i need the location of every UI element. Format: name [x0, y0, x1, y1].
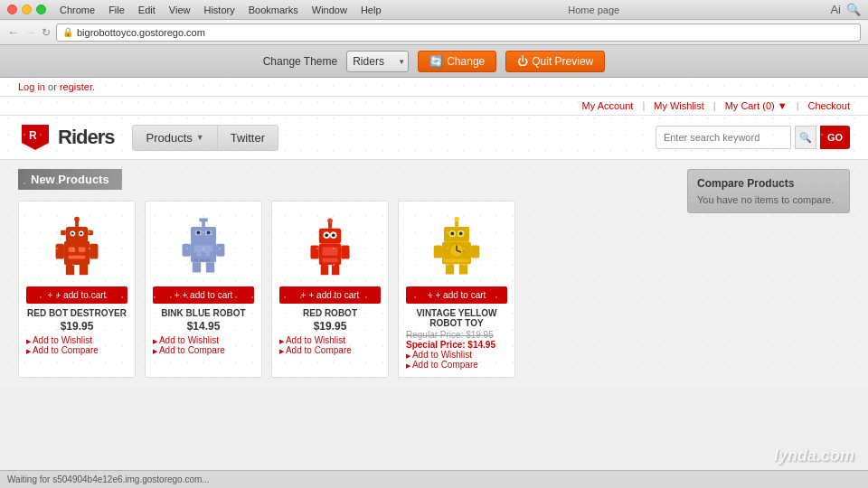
- svg-rect-53: [471, 245, 479, 258]
- chrome-titlebar: Chrome File Edit View History Bookmarks …: [0, 0, 868, 20]
- maximize-button[interactable]: [36, 5, 46, 14]
- product-image: [153, 209, 254, 281]
- window-controls: [7, 5, 46, 14]
- wishlist-link[interactable]: Add to Wishlist: [406, 350, 507, 360]
- menu-view[interactable]: View: [169, 5, 191, 15]
- change-theme-label: Change Theme: [263, 55, 338, 68]
- store-header: R Riders Products ▼ Twitter 🔍 GO: [0, 116, 868, 160]
- checkout-link[interactable]: Checkout: [808, 100, 850, 111]
- product-card: + + add to cart VINTAGE YELLOW ROBOT TOY…: [398, 201, 515, 378]
- address-bar[interactable]: 🔒 bigrobottoyco.gostorego.com: [56, 23, 861, 42]
- product-price: $14.95: [153, 320, 254, 333]
- chrome-toolbar: ← → ↻ 🔒 bigrobottoyco.gostorego.com: [0, 20, 868, 45]
- menu-help[interactable]: Help: [361, 5, 382, 15]
- plus-icon: +: [428, 290, 433, 300]
- change-button[interactable]: 🔄 Change: [418, 51, 496, 72]
- auth-or: or: [48, 81, 57, 92]
- search-button[interactable]: 🔍: [795, 126, 816, 149]
- preview-bar: Change Theme Riders Default Modern Class…: [0, 45, 868, 78]
- product-image: [279, 209, 381, 281]
- go-button[interactable]: GO: [820, 126, 850, 149]
- lock-icon: 🔒: [62, 27, 73, 37]
- robot-red-svg: [45, 211, 108, 279]
- add-to-cart-button[interactable]: + + add to cart: [406, 286, 507, 304]
- wishlist-link[interactable]: Add to Wishlist: [26, 335, 127, 345]
- svg-rect-38: [310, 245, 318, 258]
- chrome-menu: Chrome File Edit View History Bookmarks …: [60, 5, 382, 15]
- svg-rect-66: [444, 258, 469, 262]
- add-to-cart-button[interactable]: + + add to cart: [153, 286, 254, 304]
- svg-rect-36: [206, 258, 211, 261]
- compare-link[interactable]: Add to Compare: [279, 345, 381, 355]
- compare-link[interactable]: Add to Compare: [406, 360, 507, 370]
- svg-rect-23: [206, 262, 214, 272]
- svg-rect-30: [199, 218, 207, 221]
- my-wishlist-link[interactable]: My Wishlist: [654, 100, 704, 111]
- svg-rect-7: [66, 226, 88, 241]
- menu-window[interactable]: Window: [312, 5, 347, 15]
- svg-rect-9: [88, 230, 93, 235]
- svg-rect-56: [444, 226, 469, 241]
- menu-chrome[interactable]: Chrome: [60, 5, 95, 15]
- svg-rect-24: [191, 226, 216, 241]
- logo-text: Riders: [58, 126, 114, 149]
- svg-rect-16: [69, 247, 76, 252]
- special-price: Special Price: $14.95: [406, 340, 507, 350]
- auth-bar: Log in or register.: [0, 78, 868, 97]
- products-area: New Products: [18, 169, 674, 378]
- status-bar: Waiting for s504904b4e12e6.img.gostorego…: [0, 470, 868, 488]
- product-image: [406, 209, 507, 281]
- search-input[interactable]: [656, 126, 791, 149]
- svg-rect-4: [90, 243, 98, 258]
- login-link[interactable]: Log in: [18, 81, 45, 92]
- close-button[interactable]: [7, 5, 17, 14]
- register-link[interactable]: register.: [60, 81, 95, 92]
- plus-icon: +: [301, 290, 307, 300]
- logo-icon: R: [18, 123, 52, 152]
- forward-button[interactable]: →: [24, 25, 36, 39]
- svg-rect-22: [193, 262, 201, 272]
- back-button[interactable]: ←: [7, 25, 19, 39]
- product-image: [26, 209, 127, 281]
- svg-point-45: [325, 233, 328, 237]
- svg-rect-52: [434, 245, 442, 258]
- plus-icon: +: [175, 290, 180, 300]
- new-products-title: New Products: [18, 169, 122, 190]
- theme-select[interactable]: Riders Default Modern Classic: [346, 51, 409, 72]
- regular-price: Regular Price: $19.95: [406, 330, 507, 340]
- my-account-link[interactable]: My Account: [582, 100, 634, 111]
- wishlist-link[interactable]: Add to Wishlist: [279, 335, 381, 345]
- quit-preview-button[interactable]: ⏻ Quit Preview: [505, 51, 605, 72]
- menu-history[interactable]: History: [203, 5, 234, 15]
- menu-edit[interactable]: Edit: [138, 5, 156, 15]
- wishlist-link[interactable]: Add to Wishlist: [153, 335, 254, 345]
- minimize-button[interactable]: [22, 5, 32, 14]
- svg-rect-8: [61, 230, 66, 235]
- nav-twitter[interactable]: Twitter: [218, 126, 278, 150]
- svg-rect-6: [80, 265, 88, 275]
- product-card: + + add to cart RED BOT DESTROYER $19.95…: [18, 201, 136, 378]
- add-to-cart-button[interactable]: + + add to cart: [279, 286, 381, 304]
- compare-products-title: Compare Products: [697, 177, 840, 190]
- search-icon[interactable]: 🔍: [846, 3, 861, 16]
- svg-point-59: [450, 231, 454, 235]
- add-to-cart-button[interactable]: + + add to cart: [26, 286, 127, 304]
- svg-rect-3: [56, 243, 64, 258]
- dropdown-arrow-icon: ▼: [196, 133, 204, 142]
- svg-point-48: [327, 218, 333, 223]
- menu-bookmarks[interactable]: Bookmarks: [249, 5, 298, 15]
- svg-rect-5: [66, 265, 74, 275]
- svg-rect-34: [194, 258, 199, 261]
- my-cart-link[interactable]: My Cart (0) ▼: [725, 100, 788, 111]
- lynda-watermark: lynda.com: [774, 446, 854, 465]
- svg-rect-42: [319, 228, 341, 243]
- store-logo[interactable]: R Riders: [18, 123, 114, 152]
- sidebar: Compare Products You have no items to co…: [687, 169, 850, 378]
- compare-link[interactable]: Add to Compare: [153, 345, 254, 355]
- product-name: RED ROBOT: [279, 308, 381, 318]
- nav-products[interactable]: Products ▼: [133, 126, 217, 150]
- compare-link[interactable]: Add to Compare: [26, 345, 127, 355]
- menu-file[interactable]: File: [108, 5, 125, 15]
- robot-yellow-svg: [425, 211, 488, 279]
- reload-button[interactable]: ↻: [42, 26, 51, 39]
